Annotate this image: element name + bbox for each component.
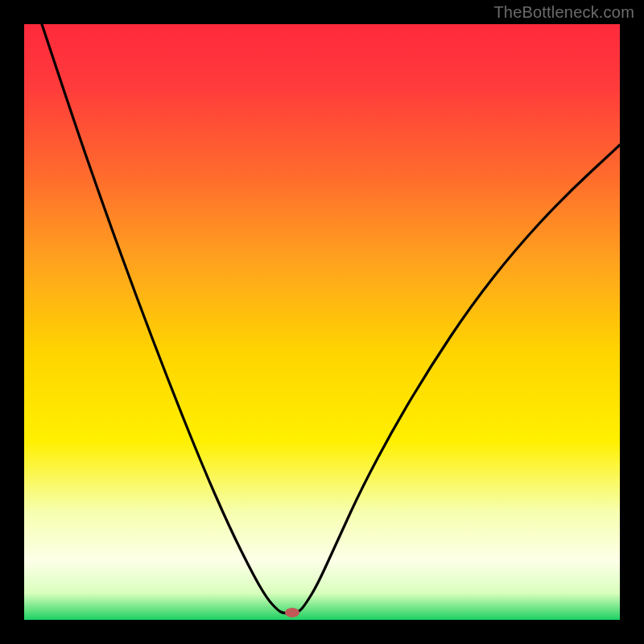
plot-area <box>24 24 620 620</box>
chart-frame: TheBottleneck.com <box>0 0 644 644</box>
chart-svg <box>24 24 620 620</box>
optimum-marker <box>285 608 299 617</box>
watermark-text: TheBottleneck.com <box>493 3 634 22</box>
gradient-background <box>24 24 620 620</box>
